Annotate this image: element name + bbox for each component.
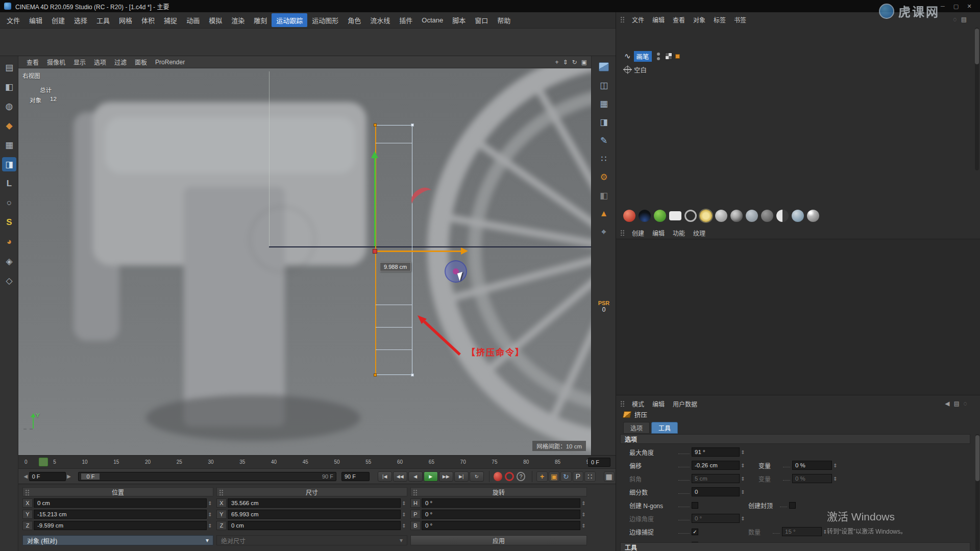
record-position-toggle[interactable]: +: [536, 471, 547, 482]
points-tool-icon[interactable]: ∷: [596, 151, 612, 166]
attribute-menu-item[interactable]: 编辑: [648, 398, 669, 409]
viewport-pan-icon[interactable]: +: [555, 59, 559, 66]
attribute-scrollbar[interactable]: [975, 434, 979, 550]
panel-grip[interactable]: [620, 230, 625, 236]
ngons-checkbox[interactable]: [692, 502, 698, 509]
rotation-input[interactable]: 0 °: [422, 521, 580, 530]
menu-item[interactable]: 插件: [395, 13, 417, 27]
panel-grip[interactable]: [620, 16, 625, 22]
viewport-menu-item[interactable]: 显示: [69, 57, 90, 67]
phong-tag-icon[interactable]: [675, 54, 680, 59]
material-menu-item[interactable]: 功能: [669, 228, 689, 238]
coordinate-input[interactable]: 0 cm: [34, 498, 207, 508]
uv-mode-icon[interactable]: ◆: [2, 118, 16, 133]
timeline-playhead[interactable]: [39, 458, 48, 466]
pen-tool-icon[interactable]: ✎: [596, 133, 612, 148]
stepper-icon[interactable]: ⇕: [207, 512, 213, 517]
panel-grip[interactable]: [620, 400, 625, 407]
spline-point-handle[interactable]: [411, 373, 414, 377]
selected-spline-outline[interactable]: [375, 125, 412, 375]
menu-item[interactable]: 窗口: [470, 13, 493, 27]
viewport-menu-item[interactable]: 面板: [131, 57, 151, 67]
panel-grip[interactable]: [413, 489, 418, 495]
object-manager-menu-item[interactable]: 标签: [709, 14, 730, 25]
stepper-icon[interactable]: ⇕: [740, 516, 746, 521]
object-row-null[interactable]: 空白: [624, 63, 647, 76]
object-manager-scrollbar[interactable]: [975, 28, 979, 170]
stepper-icon[interactable]: ⇕: [401, 523, 407, 529]
panel-grip[interactable]: [219, 489, 224, 495]
transport-button[interactable]: ◀◀: [393, 471, 407, 482]
filter-icon[interactable]: ▤: [961, 16, 967, 23]
stepper-icon[interactable]: ⇕: [832, 476, 839, 482]
end-frame-field[interactable]: 90 F: [341, 472, 370, 481]
transport-button[interactable]: ▶|: [454, 471, 469, 482]
menu-item[interactable]: 雕刻: [249, 13, 272, 27]
material-swatch[interactable]: [639, 210, 651, 222]
stepper-icon[interactable]: ⇕: [740, 463, 746, 468]
attribute-menu-item[interactable]: 用户数据: [669, 398, 701, 409]
stepper-icon[interactable]: ⇕: [580, 512, 587, 517]
viewport-toggle-icon[interactable]: ▣: [581, 59, 587, 66]
lock-panel-icon[interactable]: ▤: [954, 400, 960, 407]
menu-item[interactable]: 运动跟踪: [272, 13, 307, 27]
material-swatch[interactable]: [807, 210, 819, 222]
count-field[interactable]: 15 °: [782, 527, 822, 536]
bevel-field[interactable]: 5 cm: [692, 474, 740, 483]
material-swatch[interactable]: [623, 210, 635, 222]
object-manager-menu-item[interactable]: 书签: [730, 14, 750, 25]
visibility-dots-icon[interactable]: [657, 53, 660, 60]
volume-tool-icon[interactable]: ◧: [596, 188, 612, 203]
stepper-icon[interactable]: ⇕: [401, 500, 407, 506]
frame-dec-icon[interactable]: ◀: [22, 473, 29, 479]
content-browser-icon[interactable]: ▤: [2, 60, 16, 74]
material-swatch[interactable]: [669, 211, 681, 220]
record-scale-toggle[interactable]: ▣: [549, 471, 559, 482]
workplane-mode-icon[interactable]: L: [2, 177, 16, 191]
texture-tag-icon[interactable]: [665, 53, 672, 60]
stepper-icon[interactable]: ⇕: [207, 523, 213, 529]
viewport-dolly-icon[interactable]: ⇕: [563, 59, 568, 66]
attribute-menu-item[interactable]: 模式: [628, 398, 648, 409]
modifier-gear-icon[interactable]: ⚙: [596, 169, 612, 185]
viewport-menu-item[interactable]: 选项: [90, 57, 110, 67]
viewport-menu-item[interactable]: 查看: [22, 57, 43, 67]
viewport-menu-item[interactable]: 摄像机: [43, 57, 69, 67]
keyframe-help-button[interactable]: ?: [517, 472, 526, 481]
coordinate-input[interactable]: -9.599 cm: [34, 521, 207, 530]
menu-item[interactable]: 编辑: [24, 13, 47, 27]
maximize-button[interactable]: ▢: [949, 3, 963, 10]
viewport-orbit-icon[interactable]: ↻: [572, 59, 577, 66]
stepper-icon[interactable]: ⇕: [740, 489, 746, 495]
coordinate-mode-select[interactable]: 对象 (相对)▾: [22, 535, 213, 545]
checker-alt-icon[interactable]: ◇: [2, 273, 16, 288]
range-end-handle[interactable]: 90 F: [322, 473, 333, 480]
menu-item[interactable]: 脚本: [448, 13, 470, 27]
spline-point-handle[interactable]: [374, 373, 377, 377]
gizmo-center-handle[interactable]: [373, 249, 377, 254]
menu-item[interactable]: 选择: [69, 13, 92, 27]
autokeying-button[interactable]: [505, 472, 514, 481]
material-swatch[interactable]: [700, 210, 712, 222]
material-swatch[interactable]: [715, 210, 727, 222]
edge-angle-field[interactable]: 0 °: [692, 514, 740, 523]
offset-field[interactable]: -0.26 cm: [692, 461, 740, 470]
viewport-menu-item[interactable]: 过滤: [110, 57, 131, 67]
array-tool-icon[interactable]: ▦: [596, 96, 612, 111]
stepper-icon[interactable]: ⇕: [740, 449, 746, 455]
size-mode-select[interactable]: 绝对尺寸▾: [216, 535, 407, 545]
gizmo-y-axis[interactable]: [374, 158, 376, 246]
size-input[interactable]: 0 cm: [228, 521, 401, 530]
menu-item[interactable]: 体积: [137, 13, 159, 27]
menu-item[interactable]: 动画: [182, 13, 204, 27]
stepper-icon[interactable]: ⇕: [207, 500, 213, 506]
material-swatch[interactable]: [776, 210, 789, 222]
stepper-icon[interactable]: ⇕: [740, 476, 746, 482]
material-menu-item[interactable]: 创建: [628, 228, 648, 238]
record-pla-toggle[interactable]: ∷: [584, 471, 595, 482]
texture-mode-icon[interactable]: ◍: [2, 99, 16, 113]
psr-reset-button[interactable]: PSR 0: [594, 300, 614, 313]
gizmo-x-axis[interactable]: [376, 251, 461, 252]
attribute-tab[interactable]: 选项: [623, 422, 650, 434]
spline-point-handle[interactable]: [374, 123, 377, 127]
